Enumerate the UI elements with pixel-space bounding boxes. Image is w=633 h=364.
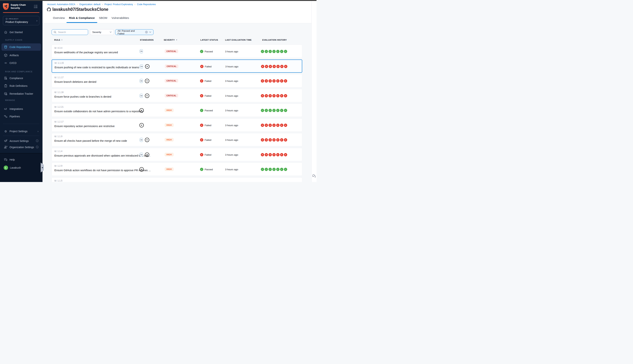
history-fail-icon: ✕	[261, 124, 264, 127]
table-row[interactable]: Id: 1.1.5 CIS✈ HIGH ✕Failed 3 hours ago …	[52, 178, 302, 182]
table-row[interactable]: Id: 1.2.9 Ensure GitHub action workflows…	[52, 162, 302, 176]
user-menu[interactable]: L Lavakush	[2, 164, 41, 172]
table-row[interactable]: Id: 1.1.4 Ensure previous approvals are …	[52, 148, 302, 161]
search-input[interactable]	[58, 30, 85, 34]
tab-overview[interactable]: Overview	[53, 16, 65, 23]
sort-icon: ▲▼	[61, 39, 62, 41]
breadcrumb-code-repositories[interactable]: Code Repositories	[137, 3, 156, 6]
artifact-box-icon	[4, 53, 8, 57]
history-pass-icon: ✓	[284, 50, 287, 53]
sidebar-item-label: Code Repositories	[10, 46, 30, 48]
history-pass-icon: ✓	[272, 109, 276, 112]
table-row[interactable]: Id: 1.1.9 Ensure all checks have passed …	[52, 133, 302, 146]
history-fail-icon: ✕	[276, 94, 280, 98]
latest-status: ✕Failed	[200, 65, 212, 68]
history-fail-icon: ✕	[268, 79, 272, 82]
rule-id: Id: 1.1.17	[54, 76, 64, 79]
breadcrumb-account[interactable]: Account: Automation-SSCA	[47, 3, 75, 6]
support-chat-icon[interactable]	[312, 174, 316, 178]
column-header-rule[interactable]: RULE▲▼	[54, 39, 62, 41]
latest-status: ✓Passed	[200, 109, 213, 112]
tab-risk-and-compliance[interactable]: Risk & Compliance	[69, 16, 95, 23]
history-pass-icon: ✓	[265, 109, 268, 112]
table-row[interactable]: Id: 1.2.17 Ensure repository action perm…	[52, 118, 302, 132]
cis-standard-badge: CIS	[140, 64, 144, 68]
breadcrumb-project[interactable]: Project: Product Exploratory	[104, 3, 133, 6]
table-row[interactable]: Id: 1.1.17 Ensure branch deletions are d…	[52, 74, 302, 87]
status-filter-dropdown[interactable]: All: Passed and Failed	[115, 29, 154, 35]
severity-badge: HIGH	[165, 108, 174, 112]
sidebar-item-project-settings[interactable]: ⚙ Project Settings ›	[2, 128, 41, 135]
clear-filter-icon[interactable]	[145, 31, 148, 34]
severity-cell: HIGH	[165, 167, 174, 171]
sidebar-item-account-settings[interactable]: Account Settings ⓘ	[2, 138, 41, 144]
sidebar-item-help[interactable]: ? Help	[2, 156, 41, 163]
history-pass-icon: ✓	[268, 109, 272, 112]
history-pass-icon: ✓	[276, 50, 280, 53]
history-fail-icon: ✕	[284, 79, 287, 82]
project-selector[interactable]: PROJECT Product Exploratory ›	[3, 16, 40, 25]
standards-badges: CIS✈	[140, 79, 149, 83]
column-header-severity[interactable]: SEVERITY▼	[164, 39, 178, 41]
sidebar-item-label: Compliance	[10, 77, 23, 80]
sidebar-item-label: Project Settings	[10, 130, 28, 133]
sidebar-item-cicd[interactable]: ∞ CI/CD	[2, 59, 41, 67]
history-fail-icon: ✕	[284, 153, 287, 156]
info-icon[interactable]: ⓘ	[36, 139, 38, 143]
breadcrumb-organization[interactable]: Organization: default	[79, 3, 100, 6]
history-pass-icon: ✓	[280, 50, 283, 53]
rule-description: Ensure previous approvals are dismissed …	[54, 154, 150, 157]
svg-text:?: ?	[5, 158, 6, 160]
history-fail-icon: ✕	[276, 138, 280, 142]
sidebar-item-remediation-tracker[interactable]: Remediation Tracker	[2, 90, 41, 98]
standards-badges: ✈	[140, 108, 144, 112]
history-fail-icon: ✕	[280, 153, 283, 156]
rule-description: Ensure outside collaborators do not have…	[54, 110, 143, 113]
tab-vulnerabilities[interactable]: Vulnerabilities	[112, 16, 129, 23]
table-row[interactable]: Id: 4.3.4 Ensure webhooks of the package…	[52, 45, 302, 58]
severity-badge: CRITICAL	[165, 94, 178, 98]
rule-description: Ensure branch deletions are denied	[54, 80, 96, 83]
cis-standard-badge: CIS	[140, 79, 144, 83]
document-search-icon	[4, 76, 8, 80]
app-switcher-grid-icon[interactable]	[34, 5, 37, 8]
evaluation-history: ✕✕✕✕✕✕✕	[261, 79, 287, 82]
sidebar-item-artifacts[interactable]: Artifacts	[2, 52, 41, 59]
severity-filter-label: Severity	[92, 31, 101, 34]
history-pass-icon: ✓	[284, 168, 287, 171]
sidebar-item-pipelines[interactable]: Pipelines	[2, 113, 41, 120]
history-fail-icon: ✕	[284, 124, 287, 127]
standards-badges: CIS✈	[140, 152, 149, 157]
rule-id: Id: 4.3.4	[54, 47, 62, 49]
sidebar-item-organization-settings[interactable]: Organization Settings ⓘ	[2, 144, 41, 150]
table-row[interactable]: Id: 1.1.16 Ensure force pushes code to b…	[52, 89, 302, 102]
history-fail-icon: ✕	[272, 153, 276, 156]
history-fail-icon: ✕	[261, 94, 264, 98]
last-evaluation-time: 3 hours ago	[225, 154, 238, 156]
scrollbar[interactable]	[311, 1, 316, 182]
table-row[interactable]: Id: 1.1.15 Ensure pushing of new code is…	[52, 60, 302, 73]
history-pass-icon: ✓	[276, 168, 280, 171]
infinity-icon: ∞	[4, 61, 8, 65]
info-icon[interactable]: ⓘ	[36, 146, 38, 149]
standards-badges: CIS	[140, 49, 144, 53]
evaluation-history: ✕✕✕✕✕✕✕	[261, 65, 288, 68]
history-pass-icon: ✓	[265, 168, 268, 171]
last-evaluation-time: 3 hours ago	[225, 94, 238, 97]
sidebar-item-rule-definitions[interactable]: Rule Definitions	[2, 82, 41, 90]
sidebar-item-label: CI/CD	[10, 62, 16, 64]
history-fail-icon: ✕	[280, 138, 283, 142]
history-pass-icon: ✓	[284, 109, 287, 112]
history-fail-icon: ✕	[261, 79, 264, 82]
sidebar-item-code-repositories[interactable]: </> Code Repositories	[2, 44, 41, 51]
sidebar-item-get-started[interactable]: Get Started	[2, 28, 41, 36]
severity-badge: HIGH	[165, 153, 174, 156]
sidebar-item-integrations[interactable]: Integrations	[2, 105, 41, 112]
evaluation-history: ✓✓✓✓✓✓✓	[261, 109, 287, 112]
chevron-right-icon: ›	[38, 130, 38, 133]
sidebar-item-compliance[interactable]: Compliance	[2, 74, 41, 82]
table-row[interactable]: Id: 1.2.21 Ensure outside collaborators …	[52, 104, 302, 117]
sidebar-item-label: Artifacts	[10, 54, 19, 57]
severity-filter-dropdown[interactable]: Severity	[90, 29, 114, 35]
tab-sbom[interactable]: SBOM	[99, 16, 107, 23]
